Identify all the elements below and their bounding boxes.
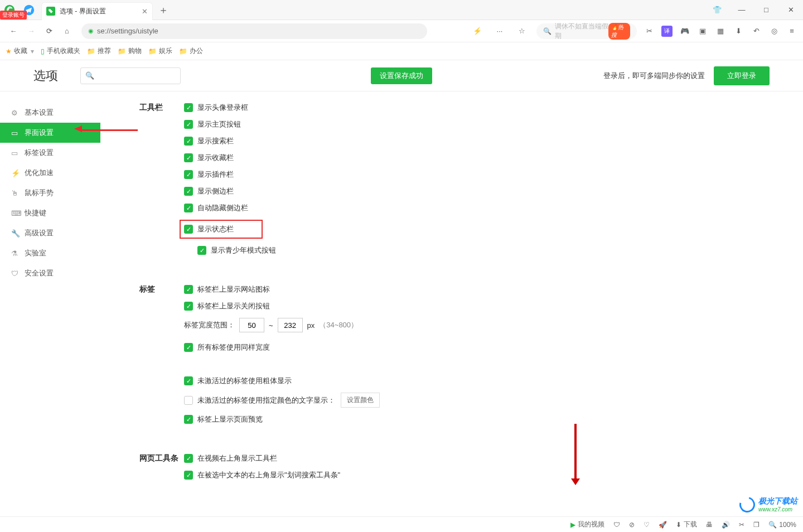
bolt-icon[interactable]: ⚡ [470, 23, 485, 39]
scissors-icon[interactable]: ✂ [644, 26, 655, 37]
menu-dots-icon[interactable]: ··· [492, 23, 507, 39]
option-status-bar[interactable]: 显示状态栏 [197, 224, 234, 234]
shirt-icon[interactable]: 👕 [705, 0, 729, 20]
checkbox-icon[interactable]: ✓ [184, 471, 193, 480]
status-video[interactable]: ▶我的视频 [570, 520, 604, 529]
option-text-search-toolbar[interactable]: ✓在被选中文本的右上角显示"划词搜索工具条" [184, 470, 781, 480]
tab-min-width-input[interactable] [239, 318, 264, 332]
app-logo[interactable]: 登录账号 [0, 1, 19, 20]
forward-button[interactable]: → [23, 23, 39, 39]
sidebar-item-advanced[interactable]: 🔧高级设置 [0, 223, 100, 243]
sidebar-item-speed[interactable]: ⚡优化加速 [0, 163, 100, 183]
settings-search[interactable]: 🔍 [80, 67, 181, 84]
status-cut-icon[interactable]: ✂ [739, 521, 744, 529]
status-block-icon[interactable]: ⊘ [629, 521, 635, 529]
option-tab-preview[interactable]: ✓标签上显示页面预览 [184, 414, 781, 424]
login-badge[interactable]: 登录账号 [0, 11, 27, 20]
settings-content: 工具栏 ✓显示头像登录框 ✓显示主页按钮 ✓显示搜索栏 ✓显示收藏栏 ✓显示插件… [100, 91, 803, 511]
search-box[interactable]: 🔍 调休不如直当端假期 🔥热搜 [536, 23, 637, 39]
translate-icon[interactable]: 译 [661, 26, 673, 37]
option-bold-inactive[interactable]: ✓未激活过的标签使用粗体显示 [184, 376, 781, 386]
home-button[interactable]: ⌂ [59, 23, 75, 39]
login-now-button[interactable]: 立即登录 [714, 66, 770, 85]
status-shield-icon[interactable]: 🛡 [613, 521, 620, 529]
settings-icon [46, 7, 55, 16]
menu-icon[interactable]: ≡ [786, 26, 797, 37]
title-bar: 登录账号 选项 - 界面设置 ✕ ＋ 👕 — □ ✕ [0, 0, 803, 20]
checkbox-icon[interactable]: ✓ [184, 285, 193, 294]
wrench-icon: 🔧 [11, 229, 20, 238]
browser-tab[interactable]: 选项 - 界面设置 ✕ [41, 2, 153, 20]
set-color-button[interactable]: 设置颜色 [341, 393, 380, 408]
checkbox-icon[interactable]: ✓ [197, 246, 206, 255]
sidebar-item-shortcut[interactable]: ⌨快捷键 [0, 203, 100, 223]
checkbox-icon[interactable] [184, 396, 193, 405]
option-tab-close[interactable]: ✓标签栏上显示关闭按钮 [184, 301, 781, 311]
circle-icon[interactable]: ◎ [768, 26, 780, 37]
section-title: 标签 [100, 284, 184, 431]
star-icon[interactable]: ☆ [514, 23, 530, 39]
url-input[interactable]: ◉ se://settings/uistyle [81, 23, 427, 39]
back-button[interactable]: ← [6, 23, 21, 39]
checkbox-icon[interactable]: ✓ [184, 187, 193, 196]
tab-title: 选项 - 界面设置 [60, 7, 142, 16]
section-tabs: 标签 ✓标签栏上显示网站图标 ✓标签栏上显示关闭按钮 标签宽度范围： ~ px … [100, 284, 803, 431]
option-home-btn[interactable]: ✓显示主页按钮 [184, 119, 781, 129]
option-side-bar[interactable]: ✓显示侧边栏 [184, 186, 781, 196]
sidebar-item-lab[interactable]: ⚗实验室 [0, 243, 100, 263]
download-icon[interactable]: ⬇ [733, 26, 744, 37]
sidebar-item-tabs[interactable]: ▭标签设置 [0, 143, 100, 163]
checkbox-icon[interactable]: ✓ [184, 454, 193, 463]
option-avatar-login[interactable]: ✓显示头像登录框 [184, 103, 781, 113]
option-youth-mode[interactable]: ✓显示青少年模式按钮 [197, 245, 781, 255]
checkbox-icon[interactable]: ✓ [184, 204, 193, 212]
option-tab-favicon[interactable]: ✓标签栏上显示网站图标 [184, 284, 781, 294]
status-rocket-icon[interactable]: 🚀 [659, 521, 667, 529]
status-print-icon[interactable]: 🖶 [706, 521, 713, 529]
maximize-button[interactable]: □ [754, 0, 778, 20]
reload-button[interactable]: ⟳ [41, 23, 57, 39]
option-fav-bar[interactable]: ✓显示收藏栏 [184, 153, 781, 163]
bookmark-folder[interactable]: 📁推荐 [87, 46, 111, 56]
favorites-button[interactable]: ★收藏▾ [6, 46, 34, 56]
checkbox-icon[interactable]: ✓ [184, 302, 193, 311]
bookmark-folder[interactable]: 📁购物 [118, 46, 142, 56]
close-icon[interactable]: ✕ [142, 7, 148, 16]
settings-sidebar: ⚙基本设置 ▭界面设置 ▭标签设置 ⚡优化加速 🖱鼠标手势 ⌨快捷键 🔧高级设置… [0, 91, 100, 511]
square-icon[interactable]: ▣ [697, 26, 708, 37]
option-same-width[interactable]: ✓所有标签使用同样宽度 [184, 342, 781, 352]
checkbox-icon[interactable]: ✓ [184, 343, 193, 352]
status-sound-icon[interactable]: 🔊 [722, 521, 730, 529]
close-window-button[interactable]: ✕ [778, 0, 803, 20]
sidebar-item-basic[interactable]: ⚙基本设置 [0, 103, 100, 123]
sidebar-item-mouse[interactable]: 🖱鼠标手势 [0, 183, 100, 203]
checkbox-icon[interactable]: ✓ [184, 225, 193, 234]
checkbox-icon[interactable]: ✓ [184, 415, 193, 424]
option-search-bar[interactable]: ✓显示搜索栏 [184, 136, 781, 146]
undo-icon[interactable]: ↶ [751, 26, 762, 37]
game-icon[interactable]: 🎮 [679, 26, 690, 37]
mobile-bookmarks[interactable]: ▯手机收藏夹 [41, 46, 80, 56]
option-auto-hide-side[interactable]: ✓自动隐藏侧边栏 [184, 203, 781, 213]
checkbox-icon[interactable]: ✓ [184, 153, 193, 162]
minimize-button[interactable]: — [729, 0, 754, 20]
status-copy-icon[interactable]: ❐ [753, 521, 760, 529]
status-download[interactable]: ⬇下载 [676, 520, 697, 529]
apps-icon[interactable]: ▦ [715, 26, 726, 37]
watermark-logo-icon [737, 494, 758, 515]
option-color-inactive[interactable]: 未激活过的标签使用指定颜色的文字显示：设置颜色 [184, 393, 781, 408]
checkbox-icon[interactable]: ✓ [184, 376, 193, 385]
option-video-toolbar[interactable]: ✓在视频右上角显示工具栏 [184, 453, 781, 463]
new-tab-button[interactable]: ＋ [158, 3, 168, 17]
status-zoom[interactable]: 🔍100% [768, 521, 796, 529]
sidebar-item-security[interactable]: 🛡安全设置 [0, 263, 100, 283]
checkbox-icon[interactable]: ✓ [184, 103, 193, 112]
bookmark-folder[interactable]: 📁娱乐 [148, 46, 172, 56]
status-heart-icon[interactable]: ♡ [644, 521, 650, 529]
option-plugin-bar[interactable]: ✓显示插件栏 [184, 170, 781, 180]
checkbox-icon[interactable]: ✓ [184, 120, 193, 129]
checkbox-icon[interactable]: ✓ [184, 170, 193, 179]
checkbox-icon[interactable]: ✓ [184, 137, 193, 146]
tab-max-width-input[interactable] [278, 318, 303, 332]
bookmark-folder[interactable]: 📁办公 [179, 46, 203, 56]
